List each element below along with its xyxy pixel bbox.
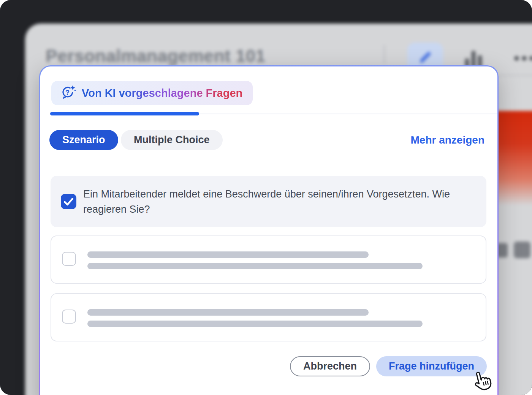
background-icon-blob	[514, 242, 530, 258]
app-frame: Personalmanagement 101	[0, 0, 532, 395]
toolbar-divider	[384, 45, 385, 64]
ai-questions-dialog-border: ? Von KI vorgeschlagene Fragen Szenario …	[39, 65, 499, 395]
bar-chart-icon[interactable]	[465, 49, 487, 68]
course-title: Personalmanagement 101	[46, 46, 266, 66]
checkbox-unchecked[interactable]	[62, 310, 76, 324]
chip-multiple-choice[interactable]: Multiple Choice	[121, 130, 223, 150]
chip-szenario[interactable]: Szenario	[49, 130, 118, 150]
checkmark-icon	[61, 194, 76, 209]
svg-text:?: ?	[65, 89, 70, 96]
checkbox-unchecked[interactable]	[62, 252, 76, 266]
checkbox-checked[interactable]	[61, 194, 76, 209]
ellipsis-icon[interactable]	[515, 56, 532, 60]
badge-label: Von KI vorgeschlagene Fragen	[82, 87, 242, 100]
question-text: Ein Mitarbeitender meldet eine Beschwerd…	[83, 186, 473, 217]
ai-suggested-badge: ? Von KI vorgeschlagene Fragen	[51, 81, 253, 105]
placeholder-question-card[interactable]	[51, 235, 486, 284]
ai-question-bubble-icon: ?	[59, 84, 76, 102]
chip-szenario-label: Szenario	[62, 134, 105, 146]
ai-questions-dialog: ? Von KI vorgeschlagene Fragen Szenario …	[40, 66, 497, 395]
cancel-button[interactable]: Abbrechen	[290, 356, 370, 376]
chip-multiple-choice-label: Multiple Choice	[134, 134, 210, 146]
skeleton-line	[87, 263, 423, 269]
placeholder-question-card[interactable]	[51, 293, 486, 341]
skeleton-line	[87, 251, 369, 258]
suggested-question-card[interactable]: Ein Mitarbeitender meldet eine Beschwerd…	[51, 176, 486, 227]
show-more-link[interactable]: Mehr anzeigen	[411, 134, 484, 146]
active-tab-indicator	[50, 112, 199, 115]
dialog-footer: Abbrechen Frage hinzufügen	[290, 356, 487, 376]
skeleton-line	[87, 321, 423, 327]
skeleton-line	[87, 309, 369, 316]
